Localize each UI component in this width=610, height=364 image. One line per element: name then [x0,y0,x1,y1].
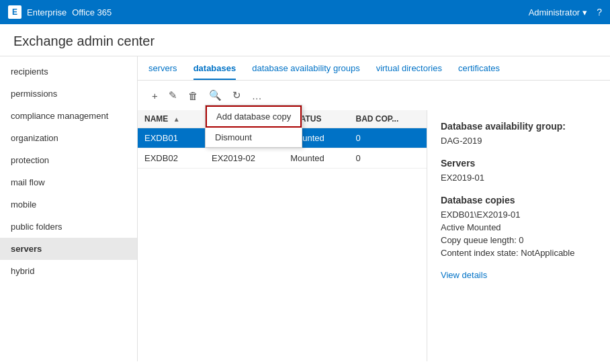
tab-certificates[interactable]: certificates [458,63,500,80]
top-bar-left: E Enterprise Office 365 [8,5,112,19]
sidebar-item-permissions[interactable]: permissions [0,83,137,105]
servers-value: EX2019-01 [441,173,597,183]
admin-menu[interactable]: Administrator ▾ [529,7,588,17]
cell-status: Mounted [284,148,349,169]
refresh-button[interactable]: ↻ [229,87,245,103]
app-suite: Office 365 [72,7,112,17]
chevron-down-icon: ▾ [582,7,587,17]
sidebar-item-mail-flow[interactable]: mail flow [0,171,137,193]
context-menu-item-add-database-copy[interactable]: Add database copy [206,105,302,128]
dag-value: DAG-2019 [441,136,597,146]
main-layout: recipients permissions compliance manage… [0,56,610,361]
help-icon[interactable]: ? [597,7,602,17]
col-header-bad-copy[interactable]: BAD COP... [349,110,427,128]
sub-nav: servers databases database availability … [138,56,610,81]
more-button[interactable]: … [249,88,265,103]
admin-label: Administrator [529,7,580,17]
context-menu-item-dismount[interactable]: Dismount [206,128,302,147]
table-area: NAME ▲ ACTIV... STATUS BAD COP... [138,110,610,361]
app-name: Enterprise [27,7,67,17]
tab-database-availability-groups[interactable]: database availability groups [252,63,359,80]
top-bar: E Enterprise Office 365 Administrator ▾ … [0,0,610,24]
db-copies-line3: Copy queue length: 0 [441,235,597,245]
sidebar-item-protection[interactable]: protection [0,149,137,171]
sidebar-item-compliance-management[interactable]: compliance management [0,105,137,127]
page-title: Exchange admin center [13,34,155,48]
cell-bad-copy: 0 [349,128,427,148]
detail-panel: Database availability group: DAG-2019 Se… [427,110,610,361]
sidebar-item-servers[interactable]: servers [0,238,137,260]
sort-arrow-name: ▲ [173,116,180,123]
toolbar: + ✎ 🗑 🔍 ↻ … Add database copy Dismount [138,81,610,110]
cell-bad-copy: 0 [349,148,427,169]
sidebar-item-mobile[interactable]: mobile [0,193,137,216]
database-table: NAME ▲ ACTIV... STATUS BAD COP... [138,110,427,361]
cell-name: EXDB01 [138,128,205,148]
sidebar-item-recipients[interactable]: recipients [0,60,137,83]
col-header-name[interactable]: NAME ▲ [138,110,205,128]
tab-virtual-directories[interactable]: virtual directories [376,63,442,80]
view-details-link-block: View details [441,270,597,280]
delete-button[interactable]: 🗑 [185,88,202,103]
sidebar: recipients permissions compliance manage… [0,56,138,361]
sidebar-item-hybrid[interactable]: hybrid [0,260,137,282]
db-copies-section-title: Database copies [441,195,597,206]
context-menu: Add database copy Dismount [205,105,302,148]
tab-servers[interactable]: servers [148,63,177,80]
sidebar-item-organization[interactable]: organization [0,127,137,149]
cell-active: EX2019-02 [205,148,284,169]
servers-block: Servers EX2019-01 [441,158,597,183]
table-row[interactable]: EXDB02 EX2019-02 Mounted 0 [138,148,427,169]
edit-button[interactable]: ✎ [165,87,181,103]
search-button[interactable]: 🔍 [206,87,225,103]
sidebar-item-public-folders[interactable]: public folders [0,216,137,238]
view-details-link[interactable]: View details [441,270,487,280]
app-logo: E [8,5,21,19]
db-copies-line1: EXDB01\EX2019-01 [441,210,597,220]
dag-section-title: Database availability group: [441,121,597,132]
dag-block: Database availability group: DAG-2019 [441,121,597,146]
add-button[interactable]: + [148,88,161,103]
db-copies-line2: Active Mounted [441,222,597,232]
top-bar-right: Administrator ▾ ? [529,7,602,17]
cell-name: EXDB02 [138,148,205,169]
page-header: Exchange admin center [0,24,610,56]
tab-databases[interactable]: databases [193,63,236,80]
db-copies-block: Database copies EXDB01\EX2019-01 Active … [441,195,597,258]
logo-letter: E [12,7,17,17]
content-area: servers databases database availability … [138,56,610,361]
db-copies-line4: Content index state: NotApplicable [441,248,597,258]
servers-section-title: Servers [441,158,597,169]
